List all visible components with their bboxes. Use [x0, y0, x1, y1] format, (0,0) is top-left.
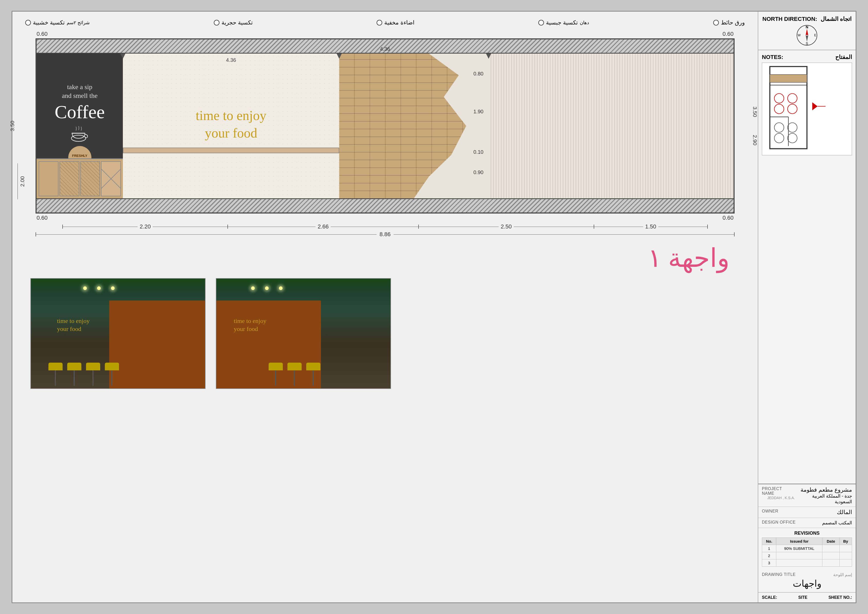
rev-1-by: [839, 545, 852, 552]
legend-light-icon: [377, 20, 382, 25]
stool-leg-1: [55, 371, 56, 386]
brick-wall-1: [109, 301, 205, 388]
rev-row-1: 1 90% SUBMITTAL: [762, 545, 852, 552]
title-block: PROJECT NAME JEDDAH , K.S.A. مشروع مطعم …: [758, 484, 856, 602]
project-jeddah: JEDDAH , K.S.A.: [762, 496, 795, 500]
svg-point-13: [774, 104, 784, 113]
legend-wood-icon: [25, 20, 31, 25]
stool-4: [105, 363, 119, 386]
bottom-right-dim: 0.60: [722, 214, 733, 221]
chalk-text-top: take a sip and smell the: [62, 83, 98, 100]
rev-3-issued: [776, 560, 822, 567]
chalk-coffee: Coffee: [54, 101, 105, 123]
counter-shelf: [123, 147, 339, 153]
rev-col-by: By: [839, 538, 852, 545]
tri-left: [120, 54, 126, 60]
rev-col-no: No.: [762, 538, 776, 545]
p2-line2: your food: [234, 326, 258, 332]
legend-wood-sub: شرائح ٢سم: [67, 20, 90, 25]
legend-stone-icon: [214, 20, 219, 25]
legend-row: تكسية خشبية شرائح ٢سم تكسية حجرية اضاءة …: [20, 19, 750, 26]
compass-needle: [799, 28, 815, 43]
stone-dim-080: 0.80: [473, 71, 484, 77]
sheet-label: SHEET NO.:: [828, 595, 852, 600]
rev-3-by: [839, 560, 852, 567]
light-2: [97, 287, 101, 290]
north-label: NORTH DIRECTION:: [763, 16, 817, 22]
hdim-266: 2.66: [316, 223, 331, 230]
right-dim-290: 2.90: [752, 135, 758, 146]
legend-stone: تكسية حجرية: [214, 19, 253, 26]
svg-point-12: [787, 93, 797, 103]
facade-title: واجهة ١: [20, 243, 750, 273]
revisions-section: REVISIONS No. Issued for Date By 1: [758, 528, 856, 569]
rev-1-no: 1: [762, 545, 776, 552]
top-dims: 0.60 0.60: [36, 31, 735, 37]
stool-2: [67, 363, 81, 386]
bottom-dims: 0.60 0.60: [36, 214, 735, 221]
center-wall: time to enjoy your food 4.36: [123, 54, 339, 198]
p1-line1: time to enjoy: [57, 318, 90, 324]
drawing-title-header: DRAWING TITLE إسم اللوحة: [762, 572, 852, 577]
owner-label: OWNER: [762, 509, 778, 513]
floor-plan-box: [762, 63, 852, 155]
chalk-panel: take a sip and smell the Coffee: [37, 54, 123, 198]
svg-marker-3: [336, 54, 342, 59]
svg-point-11: [774, 93, 784, 103]
rev-col-date: Date: [822, 538, 839, 545]
photo-2: time to enjoy your food: [216, 278, 391, 389]
elevation-frame: 4.36 take a sip and smell the Coffee: [36, 39, 735, 214]
drawing-title-block: DRAWING TITLE إسم اللوحة واجهات: [758, 569, 856, 592]
stool-leg-5: [275, 371, 276, 386]
stool-leg-3: [93, 371, 93, 386]
svg-point-18: [787, 133, 797, 143]
svg-marker-5: [806, 29, 808, 35]
rev-3-date: [822, 560, 839, 567]
elevation-outer: 0.60 0.60 2.00 3.50: [36, 31, 735, 238]
cabinet: [37, 158, 123, 198]
legend-wood: تكسية خشبية شرائح ٢سم: [25, 19, 90, 26]
drawing-title-label: DRAWING TITLE: [762, 572, 796, 577]
legend-light-label: اضاءة مخفية: [384, 19, 414, 26]
rev-2-date: [822, 552, 839, 560]
svg-marker-2: [120, 54, 126, 59]
enjoy-text-photo-1: time to enjoy your food: [57, 317, 90, 333]
design-office-label: DESIGN OFFICE: [762, 520, 796, 525]
chalk-line1: take a sip: [67, 83, 92, 91]
legend-wallpaper-icon: [713, 20, 719, 25]
center-width-label: 4.36: [380, 46, 390, 52]
scale-label: SCALE:: [762, 595, 777, 600]
center-4-36: 4.36: [226, 57, 236, 63]
light-4: [251, 287, 255, 290]
svg-marker-6: [806, 35, 808, 42]
stool-seat-6: [287, 363, 302, 371]
svg-marker-19: [812, 102, 818, 110]
elevation-interior: take a sip and smell the Coffee: [37, 54, 733, 198]
main-content: تكسية خشبية شرائح ٢سم تكسية حجرية اضاءة …: [12, 12, 758, 602]
stone-dim-090: 0.90: [473, 169, 484, 175]
top-left-dim: 0.60: [37, 31, 48, 37]
stool-leg-6: [294, 371, 295, 386]
stool-seat-7: [306, 363, 321, 371]
svg-rect-21: [770, 74, 807, 82]
total-width: 8.86: [377, 231, 394, 238]
project-location-arabic: جدة - المملكة العربية السعودية: [795, 493, 852, 504]
notes-title-row: NOTES: المفتاح: [762, 54, 852, 60]
stool-1: [48, 363, 63, 386]
legend-wallpaper-label: ورق حائط: [721, 19, 745, 26]
stool-leg-2: [74, 371, 75, 386]
north-title-row: NORTH DIRECTION: اتجاه الشمال: [763, 16, 851, 22]
cabinet-door-2: [59, 161, 79, 196]
cup-icon: [70, 126, 90, 143]
stool-seat-4: [105, 363, 119, 371]
cabinet-door-1: [39, 161, 59, 196]
notes-section: NOTES: المفتاح: [758, 50, 856, 484]
ceiling-lights-1: [83, 287, 115, 290]
chalk-cup-area: [70, 126, 90, 144]
p2-line1: time to enjoy: [234, 318, 267, 324]
scale-row: SCALE: SITE SHEET NO.:: [758, 592, 856, 602]
revisions-title: REVISIONS: [762, 530, 852, 536]
hdim-150: 1.50: [643, 223, 658, 230]
stool-seat-5: [269, 363, 283, 371]
tri-mid: [336, 54, 342, 60]
